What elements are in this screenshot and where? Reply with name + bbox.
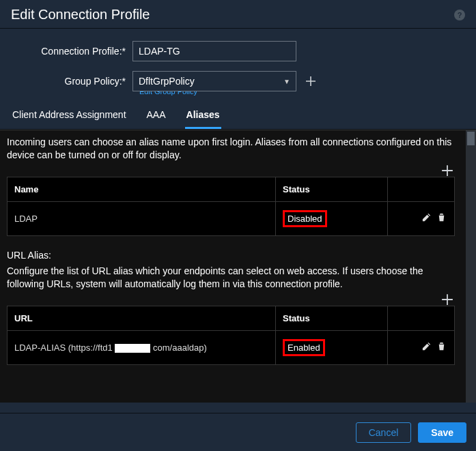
redacted-text xyxy=(115,344,150,353)
table-header-row: URL Status xyxy=(8,306,455,330)
col-status: Status xyxy=(276,177,388,201)
group-policy-label: Group Policy:* xyxy=(11,76,132,87)
connection-profile-label: Connection Profile:* xyxy=(11,46,132,57)
alias-status-cell: Disabled xyxy=(276,201,388,235)
edit-icon[interactable] xyxy=(421,212,432,223)
connection-profile-input[interactable] xyxy=(132,41,296,61)
scroll-thumb[interactable] xyxy=(467,132,475,145)
url-suffix: com/aaaldap) xyxy=(153,343,207,353)
url-actions-cell xyxy=(387,330,454,364)
alias-actions-cell xyxy=(387,201,454,235)
group-policy-select[interactable]: DfltGrpPolicy ▼ xyxy=(132,71,296,91)
url-alias-table: URL Status LDAP-ALIAS (https://ftd1 com/… xyxy=(7,306,455,365)
table-row: LDAP Disabled xyxy=(8,201,455,235)
delete-icon[interactable] xyxy=(436,341,447,352)
help-icon[interactable]: ? xyxy=(454,10,465,20)
add-url-alias-button[interactable] xyxy=(441,293,453,306)
add-alias-button[interactable] xyxy=(441,164,453,177)
cancel-button[interactable]: Cancel xyxy=(356,422,412,443)
col-actions xyxy=(387,306,454,330)
aliases-table: Name Status LDAP Disabled xyxy=(7,177,455,236)
chevron-down-icon: ▼ xyxy=(283,78,290,85)
titlebar: Edit Connection Profile ? xyxy=(0,0,476,29)
url-alias-heading: URL Alias: xyxy=(7,250,455,261)
edit-connection-profile-dialog: Edit Connection Profile ? Connection Pro… xyxy=(0,0,476,451)
fields-area: Connection Profile:* Group Policy:* Dflt… xyxy=(0,29,476,104)
col-actions xyxy=(387,177,454,201)
table-row: LDAP-ALIAS (https://ftd1 com/aaaldap) En… xyxy=(8,330,455,364)
tab-content: Incoming users can choose an alias name … xyxy=(0,130,476,403)
url-cell: LDAP-ALIAS (https://ftd1 com/aaaldap) xyxy=(8,330,276,364)
tabs: Client Address Assignment AAA Aliases xyxy=(0,104,476,130)
status-badge: Disabled xyxy=(283,210,327,227)
add-group-policy-button[interactable] xyxy=(305,75,317,87)
footer: Cancel Save xyxy=(0,413,476,451)
col-url: URL xyxy=(8,306,276,330)
tab-aaa[interactable]: AAA xyxy=(145,104,167,129)
group-policy-value: DfltGrpPolicy xyxy=(139,76,195,87)
aliases-description: Incoming users can choose an alias name … xyxy=(7,136,455,162)
url-prefix: LDAP-ALIAS (https://ftd1 xyxy=(14,343,113,353)
tab-client-address-assignment[interactable]: Client Address Assignment xyxy=(11,104,128,129)
col-name: Name xyxy=(8,177,276,201)
url-status-cell: Enabled xyxy=(276,330,388,364)
connection-profile-row: Connection Profile:* xyxy=(11,41,465,61)
page-title: Edit Connection Profile xyxy=(11,7,150,23)
save-button[interactable]: Save xyxy=(418,422,466,443)
tab-aliases[interactable]: Aliases xyxy=(185,104,221,129)
url-alias-description: Configure the list of URL alias which yo… xyxy=(7,265,455,291)
status-badge: Enabled xyxy=(283,339,325,356)
table-header-row: Name Status xyxy=(8,177,455,201)
scrollbar[interactable] xyxy=(466,130,476,403)
alias-name-cell: LDAP xyxy=(8,201,276,235)
col-status: Status xyxy=(276,306,388,330)
delete-icon[interactable] xyxy=(436,212,447,223)
edit-icon[interactable] xyxy=(421,341,432,352)
